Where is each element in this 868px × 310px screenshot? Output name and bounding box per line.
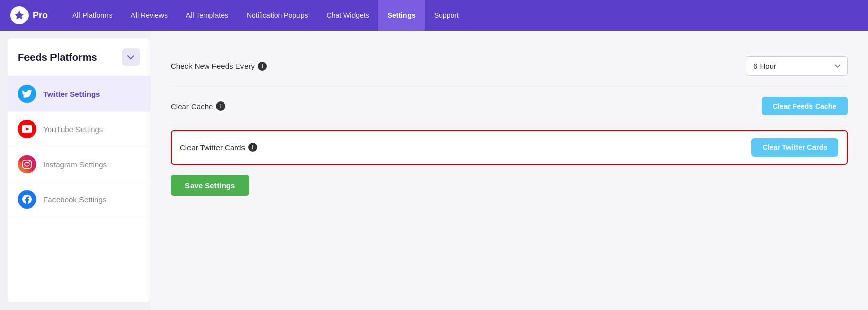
clear-twitter-cards-row: Clear Twitter Cards i Clear Twitter Card… (171, 130, 848, 165)
nav-all-reviews[interactable]: All Reviews (122, 0, 177, 31)
feed-frequency-select[interactable]: 1 Hour 3 Hour 6 Hour 12 Hour 24 Hour (746, 56, 848, 76)
sidebar-item-facebook-label: Facebook Settings (43, 195, 106, 204)
sidebar-item-instagram-label: Instagram Settings (43, 160, 107, 169)
clear-cache-label: Clear Cache i (171, 101, 225, 111)
svg-marker-0 (15, 11, 24, 19)
clear-feeds-cache-button[interactable]: Clear Feeds Cache (762, 97, 848, 115)
feed-frequency-label: Check New Feeds Every i (171, 62, 267, 71)
twitter-platform-icon (18, 85, 36, 103)
clear-cache-info-icon: i (216, 101, 225, 111)
nav-all-templates[interactable]: All Templates (177, 0, 237, 31)
sidebar-item-instagram[interactable]: Instagram Settings (8, 147, 150, 182)
youtube-platform-icon (18, 120, 36, 138)
logo: Pro (10, 6, 48, 24)
instagram-platform-icon (18, 155, 36, 173)
sidebar-item-twitter[interactable]: Twitter Settings (8, 76, 150, 112)
sidebar-item-twitter-label: Twitter Settings (43, 90, 100, 98)
sidebar-item-youtube-label: YouTube Settings (43, 125, 103, 134)
nav-settings[interactable]: Settings (378, 0, 425, 31)
sidebar-header: Feeds Platforms (8, 38, 150, 76)
main-content: Feeds Platforms Twitter Settings YouTube… (0, 31, 868, 310)
sidebar-title: Feeds Platforms (18, 51, 97, 63)
nav-support[interactable]: Support (425, 0, 468, 31)
clear-twitter-cards-button[interactable]: Clear Twitter Cards (751, 138, 838, 157)
sidebar: Feeds Platforms Twitter Settings YouTube… (8, 38, 150, 302)
sidebar-item-youtube[interactable]: YouTube Settings (8, 112, 150, 147)
save-settings-button[interactable]: Save Settings (171, 175, 249, 196)
facebook-platform-icon (18, 190, 36, 209)
top-navigation: Pro All Platforms All Reviews All Templa… (0, 0, 868, 31)
feed-frequency-info-icon: i (258, 62, 267, 71)
clear-twitter-cards-info-icon: i (248, 143, 257, 152)
nav-notification-popups[interactable]: Notification Popups (237, 0, 317, 31)
sidebar-collapse-button[interactable] (122, 48, 140, 66)
logo-text: Pro (33, 10, 48, 21)
clear-cache-row: Clear Cache i Clear Feeds Cache (171, 87, 848, 126)
content-area: Check New Feeds Every i 1 Hour 3 Hour 6 … (150, 31, 868, 310)
nav-links: All Platforms All Reviews All Templates … (63, 0, 858, 31)
nav-chat-widgets[interactable]: Chat Widgets (317, 0, 378, 31)
clear-twitter-cards-label: Clear Twitter Cards i (180, 143, 257, 152)
logo-icon (10, 6, 29, 24)
nav-all-platforms[interactable]: All Platforms (63, 0, 122, 31)
sidebar-item-facebook[interactable]: Facebook Settings (8, 182, 150, 217)
feed-frequency-row: Check New Feeds Every i 1 Hour 3 Hour 6 … (171, 46, 848, 87)
